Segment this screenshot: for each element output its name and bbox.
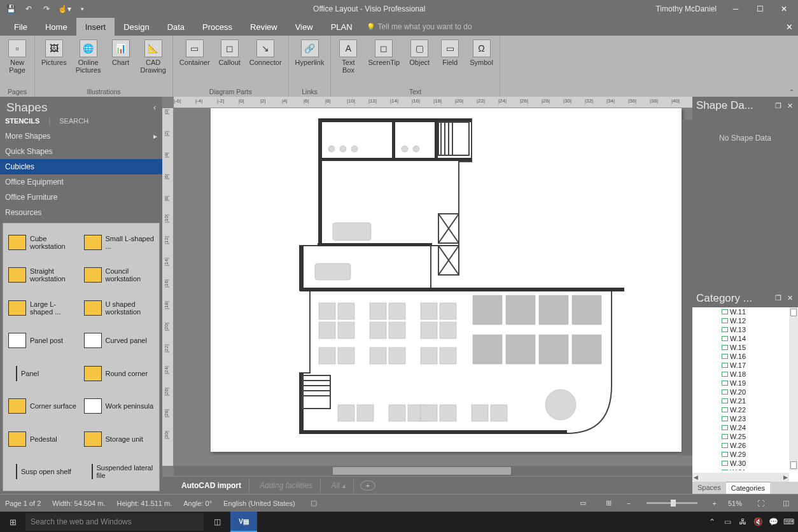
shape-curved-panel[interactable]: Curved panel [81, 325, 157, 358]
ribbon-field-button[interactable]: ▭Field [437, 38, 463, 67]
tab-process[interactable]: Process [193, 18, 241, 36]
tray-battery-icon[interactable]: ▭ [720, 517, 734, 526]
tray-input-icon[interactable]: ⌨ [781, 517, 795, 526]
zoom-in-button[interactable]: + [713, 500, 717, 507]
fit-page-icon[interactable]: ⛶ [753, 498, 767, 509]
canvas-scrollbar-horizontal[interactable] [174, 466, 692, 476]
shape-cube-workstation[interactable]: Cube workstation [6, 226, 81, 259]
shape-round-corner[interactable]: Round corner [81, 357, 157, 390]
tab-plan[interactable]: PLAN [322, 18, 361, 36]
shape-pedestal[interactable]: Pedestal [6, 423, 81, 456]
stencil-office-equipment[interactable]: Office Equipment [0, 174, 162, 190]
ribbon-screentip-button[interactable]: ◻ScreenTip [365, 38, 402, 67]
category-item[interactable]: W.23 [722, 414, 789, 423]
shape-council-workstation[interactable]: Council workstation [81, 259, 157, 292]
stencil-quick-shapes[interactable]: Quick Shapes [0, 144, 162, 159]
drawing-canvas[interactable] [174, 108, 692, 466]
task-view-icon[interactable]: ◫ [204, 512, 230, 532]
tab-review[interactable]: Review [241, 18, 286, 36]
pan-zoom-icon[interactable]: ⊞ [601, 498, 615, 509]
save-icon[interactable]: 💾 [3, 2, 19, 16]
category-item[interactable]: W.21 [722, 396, 789, 405]
redo-icon[interactable]: ↷ [38, 2, 55, 16]
tab-data[interactable]: Data [158, 18, 193, 36]
canvas-scrollbar-vertical[interactable] [682, 120, 692, 456]
ribbon-callout-button[interactable]: ◻Callout [216, 38, 243, 67]
ribbon-new-page-button[interactable]: ▫New Page [4, 38, 31, 75]
tray-network-icon[interactable]: 🖧 [736, 517, 750, 526]
shape-straight-workstation[interactable]: Straight workstation [6, 259, 81, 292]
macro-recording-icon[interactable]: ▢ [307, 498, 321, 509]
pane-close-icon[interactable]: ✕ [785, 102, 794, 109]
ribbon-chart-button[interactable]: 📊Chart [108, 38, 134, 67]
category-item[interactable]: W.17 [722, 361, 789, 370]
shape-suspended-lateral-file[interactable]: Suspended lateral file [81, 456, 157, 489]
ribbon-online-pictures-button[interactable]: 🌐Online Pictures [73, 38, 104, 75]
drawing-page[interactable] [211, 108, 682, 452]
category-item[interactable]: W.15 [722, 343, 789, 352]
ribbon-collapse-icon[interactable]: ⌃ [789, 88, 794, 95]
category-item[interactable]: W.30 [722, 459, 789, 468]
shape-u-shaped-workstation[interactable]: U shaped workstation [81, 291, 157, 325]
category-item[interactable]: W.13 [722, 325, 789, 334]
category-item[interactable]: W.24 [722, 423, 789, 432]
category-item[interactable]: W.12 [722, 316, 789, 325]
category-item[interactable]: W.29 [722, 450, 789, 459]
add-page-button[interactable]: + [360, 480, 375, 491]
shape-susp-open-shelf[interactable]: Susp open shelf [6, 456, 81, 489]
tray-chevron-icon[interactable]: ⌃ [705, 517, 719, 526]
presentation-mode-icon[interactable]: ▭ [576, 498, 590, 509]
category-item[interactable]: W.22 [722, 405, 789, 414]
ribbon-pictures-button[interactable]: 🖼Pictures [39, 38, 69, 67]
page-tab-facilities[interactable]: Adding facilities [252, 479, 321, 493]
minimize-button[interactable]: ─ [724, 2, 747, 16]
shapes-tab-search[interactable]: SEARCH [59, 117, 88, 125]
category-item[interactable]: W.25 [722, 432, 789, 441]
ribbon-container-button[interactable]: ▭Container [177, 38, 213, 67]
status-language[interactable]: English (United States) [223, 500, 295, 507]
zoom-slider[interactable] [647, 502, 697, 504]
ribbon-object-button[interactable]: ▢Object [406, 38, 433, 67]
tab-design[interactable]: Design [115, 18, 158, 36]
switch-windows-icon[interactable]: ◫ [779, 498, 793, 509]
tray-volume-icon[interactable]: 🔇 [751, 517, 765, 526]
maximize-button[interactable]: ☐ [748, 2, 771, 16]
category-item[interactable]: W.18 [722, 370, 789, 379]
shapes-tab-stencils[interactable]: STENCILS [5, 117, 39, 125]
category-item[interactable]: W.14 [722, 334, 789, 343]
category-item[interactable]: W.31 [722, 468, 789, 471]
category-scrollbar-horizontal[interactable]: ◀▶ [692, 473, 789, 482]
stencil-resources[interactable]: Resources [0, 205, 162, 220]
pane-close-icon[interactable]: ✕ [785, 295, 794, 302]
stencil-cubicles[interactable]: Cubicles [0, 159, 162, 174]
tab-view[interactable]: View [286, 18, 322, 36]
more-shapes-item[interactable]: More Shapes▸ [0, 129, 162, 144]
shape-storage-unit[interactable]: Storage unit [81, 423, 157, 456]
touch-mode-icon[interactable]: ☝▾ [56, 2, 73, 16]
category-item[interactable]: W.26 [722, 441, 789, 450]
taskbar-visio-icon[interactable]: V▤ [230, 512, 257, 532]
zoom-level[interactable]: 51% [728, 500, 742, 507]
category-item[interactable]: W.19 [722, 379, 789, 388]
qat-customize-icon[interactable]: ▾ [74, 2, 90, 16]
shape-work-peninsula[interactable]: Work peninsula [81, 390, 157, 423]
shape-large-l-shaped-[interactable]: Large L-shaped ... [6, 291, 81, 325]
ribbon-connector-button[interactable]: ↘Connector [247, 38, 284, 67]
undo-icon[interactable]: ↶ [20, 2, 37, 16]
tell-me-search[interactable]: 💡 Tell me what you want to do [361, 18, 780, 36]
taskbar-search[interactable]: Search the web and Windows [25, 513, 204, 531]
tab-file[interactable]: File [5, 18, 36, 36]
start-button[interactable]: ⊞ [0, 517, 25, 527]
ribbon-close-icon[interactable]: ✕ [780, 18, 798, 36]
shape-small-l-shaped-[interactable]: Small L-shaped ... [81, 226, 157, 259]
page-tab-all[interactable]: All ▴ [323, 479, 354, 493]
floorplan-drawing[interactable] [293, 118, 631, 443]
stencil-office-furniture[interactable]: Office Furniture [0, 190, 162, 205]
zoom-out-button[interactable]: − [627, 500, 631, 507]
ribbon-hyperlink-button[interactable]: 🔗Hyperlink [293, 38, 327, 67]
shape-panel-post[interactable]: Panel post [6, 325, 81, 358]
pane-window-icon[interactable]: ❐ [774, 295, 783, 302]
ribbon-cad-drawing-button[interactable]: 📐CAD Drawing [138, 38, 169, 75]
cat-tab-spaces[interactable]: Spaces [692, 482, 726, 494]
shape-panel[interactable]: Panel [6, 357, 81, 390]
